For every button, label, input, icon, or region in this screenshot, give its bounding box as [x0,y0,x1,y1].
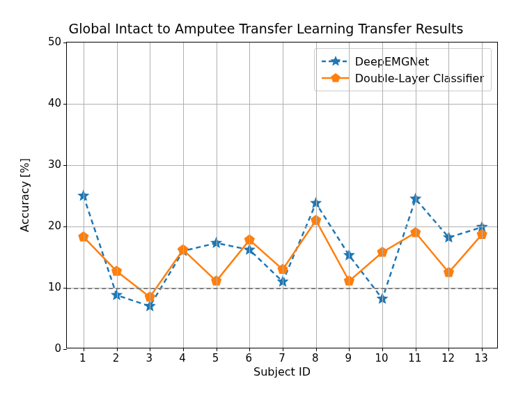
xtick-label: 4 [179,352,186,364]
xtick-mark [283,348,283,351]
grid-line-v [217,43,217,348]
ytick-label: 30 [48,158,61,171]
chart-figure: Global Intact to Amputee Transfer Learni… [0,0,532,400]
xtick-mark [183,348,184,351]
xtick-mark [150,348,150,351]
grid-line-v [183,43,184,348]
ytick-mark [63,349,67,350]
grid-line-h [67,104,497,105]
y-axis-label: Accuracy [%] [18,158,31,232]
x-axis-label: Subject ID [253,365,311,378]
ytick-label: 10 [48,281,61,293]
xtick-label: 9 [345,352,352,364]
legend-entry: Double-Layer Classifier [320,70,484,86]
xtick-label: 5 [212,352,219,364]
legend-entry: DeepEMGNet [320,53,484,70]
xtick-mark [249,348,250,351]
xtick-label: 8 [312,352,319,364]
grid-line-v [482,43,483,348]
ytick-label: 50 [48,36,61,48]
xtick-mark [416,348,416,351]
xtick-label: 1 [79,352,86,364]
xtick-label: 11 [408,352,421,364]
grid-line-v [349,43,350,348]
ytick-label: 40 [48,97,61,109]
legend: DeepEMGNetDouble-Layer Classifier [314,48,492,91]
grid-line-v [249,43,250,348]
xtick-mark [349,348,350,351]
grid-line-v [316,43,317,348]
xtick-mark [316,348,317,351]
xtick-label: 3 [146,352,152,364]
ytick-label: 0 [54,342,61,355]
grid-line-v [150,43,150,348]
xtick-mark [382,348,383,351]
xtick-label: 10 [375,352,389,364]
grid-line-v [382,43,383,348]
xtick-label: 13 [475,352,488,364]
plot-area: DeepEMGNetDouble-Layer Classifier [66,42,498,348]
xtick-label: 7 [279,352,285,364]
xtick-mark [217,348,217,351]
xtick-label: 2 [113,352,120,364]
xtick-mark [482,348,483,351]
grid-line-v [416,43,416,348]
grid-line-h [67,165,497,166]
ytick-mark [63,104,67,105]
xtick-mark [117,348,118,351]
ytick-mark [63,226,67,227]
grid-line-v [448,43,449,348]
xtick-mark [84,348,84,351]
xtick-label: 6 [246,352,253,364]
ytick-mark [63,165,67,166]
legend-swatch [320,71,351,85]
xtick-label: 12 [441,352,455,364]
reference-line [67,288,497,289]
legend-swatch [320,54,351,68]
grid-line-v [84,43,84,348]
ytick-mark [63,43,67,43]
legend-label: Double-Layer Classifier [355,72,484,85]
chart-title: Global Intact to Amputee Transfer Learni… [0,21,532,36]
legend-label: DeepEMGNet [355,55,430,68]
grid-line-h [67,226,497,227]
ytick-label: 20 [48,220,61,232]
grid-line-v [283,43,283,348]
xtick-mark [448,348,449,351]
grid-line-v [117,43,118,348]
